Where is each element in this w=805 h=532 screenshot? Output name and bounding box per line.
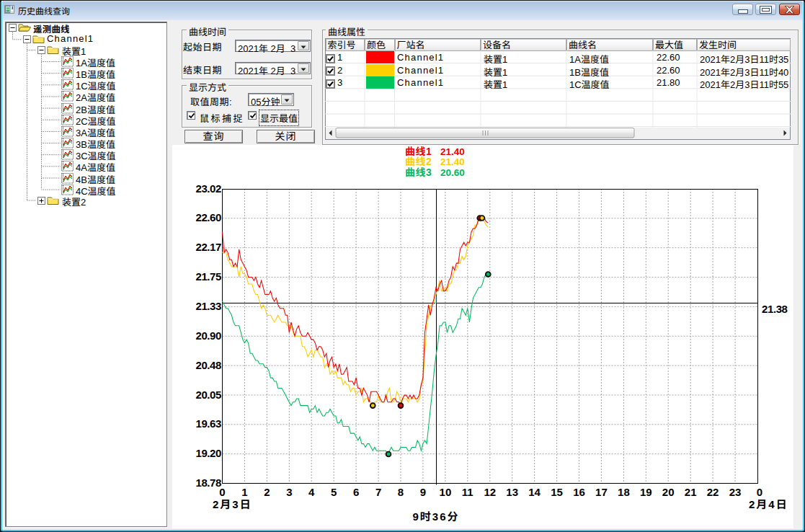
- svg-text:21: 21: [685, 486, 697, 498]
- svg-text:10: 10: [440, 486, 452, 498]
- svg-text:14: 14: [528, 486, 541, 498]
- svg-text:21.40: 21.40: [440, 146, 465, 157]
- svg-text:0: 0: [757, 486, 762, 498]
- svg-text:2月3日: 2月3日: [213, 498, 252, 510]
- svg-text:曲线3: 曲线3: [405, 167, 432, 178]
- svg-text:23.02: 23.02: [195, 182, 221, 195]
- svg-text:1: 1: [241, 486, 247, 498]
- svg-text:6: 6: [353, 486, 359, 498]
- svg-text:12: 12: [484, 486, 496, 498]
- svg-text:21.40: 21.40: [440, 156, 465, 167]
- svg-text:9: 9: [420, 486, 426, 498]
- svg-text:16: 16: [573, 486, 585, 498]
- svg-text:0: 0: [219, 486, 225, 498]
- svg-text:9时36分: 9时36分: [412, 510, 459, 523]
- svg-text:20.05: 20.05: [195, 389, 221, 401]
- svg-text:7: 7: [375, 486, 381, 498]
- svg-text:19.63: 19.63: [195, 417, 221, 430]
- svg-text:19.20: 19.20: [195, 447, 221, 459]
- svg-text:13: 13: [506, 486, 518, 498]
- svg-text:19: 19: [640, 486, 652, 498]
- svg-text:20: 20: [662, 486, 675, 498]
- svg-text:5: 5: [331, 486, 337, 498]
- svg-text:22.60: 22.60: [195, 211, 221, 223]
- svg-text:18.78: 18.78: [195, 476, 221, 489]
- svg-text:2: 2: [264, 486, 270, 498]
- svg-text:2月4日: 2月4日: [749, 498, 788, 510]
- svg-text:18: 18: [618, 486, 630, 498]
- svg-text:11: 11: [462, 486, 473, 498]
- svg-text:20.48: 20.48: [195, 359, 221, 371]
- svg-text:23: 23: [729, 486, 742, 498]
- svg-text:22.17: 22.17: [195, 241, 221, 253]
- svg-text:21.33: 21.33: [195, 300, 221, 312]
- svg-text:20.60: 20.60: [440, 167, 465, 178]
- svg-text:15: 15: [551, 486, 563, 498]
- svg-text:20.90: 20.90: [195, 329, 221, 342]
- svg-text:3: 3: [286, 486, 292, 498]
- svg-text:21.38: 21.38: [762, 303, 788, 315]
- svg-text:21.75: 21.75: [195, 270, 221, 283]
- svg-text:8: 8: [398, 486, 404, 498]
- svg-text:4: 4: [308, 486, 315, 498]
- svg-text:22: 22: [707, 486, 719, 498]
- svg-text:17: 17: [595, 486, 608, 498]
